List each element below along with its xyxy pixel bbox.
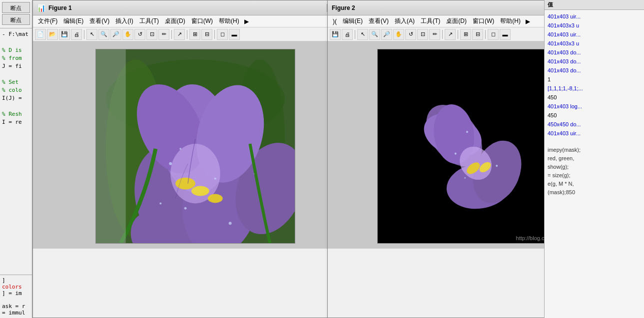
toolbar-new[interactable]: 📄: [35, 29, 46, 40]
toolbar2-pan[interactable]: ✋: [393, 29, 404, 40]
toolbar2-rotate[interactable]: ↺: [405, 29, 416, 40]
toolbar2-2d[interactable]: ▬: [500, 29, 511, 40]
toolbar2-export[interactable]: ↗: [445, 29, 456, 40]
menu2-edit[interactable]: 编辑(E): [340, 16, 366, 26]
menu-tools[interactable]: 工具(T): [136, 16, 162, 26]
toolbar2-sep-1: [355, 30, 355, 39]
toolbar2-arrow[interactable]: ↖: [357, 29, 368, 40]
toolbar2-select[interactable]: ⊡: [417, 29, 428, 40]
figure-1-title: Figure 1: [48, 4, 325, 11]
svg-point-15: [184, 207, 187, 210]
code-line-9: I(J) =: [2, 94, 30, 102]
toolbar-rotate[interactable]: ↺: [134, 29, 145, 40]
menu-help[interactable]: 帮助(H): [216, 16, 242, 26]
bottom-line-4: [2, 297, 30, 303]
menu2-insert[interactable]: 插入(A): [392, 16, 418, 26]
svg-rect-22: [96, 49, 126, 243]
workspace-item-1: 401x403 uir...: [548, 12, 641, 21]
ws-line-2: red, green,: [548, 154, 641, 163]
workspace-item-14: 401x403 uir...: [548, 129, 641, 138]
toolbar-grid[interactable]: ⊞: [189, 29, 200, 40]
bottom-line-3: ] = im: [2, 290, 30, 297]
toolbar2-layout[interactable]: ⊟: [472, 29, 483, 40]
toolbar-zoom-in[interactable]: 🔍: [98, 29, 109, 40]
toolbar-sep-1: [84, 30, 84, 39]
workspace-item-7: 401x403 do...: [548, 66, 641, 75]
breakpoint-btn-1[interactable]: 断点: [2, 2, 30, 13]
sidebar-code: - F:\mat % D is % from J = fi % Set % co…: [0, 28, 32, 275]
svg-point-14: [169, 162, 172, 165]
figure-1-toolbar: 📄 📂 💾 🖨 ↖ 🔍 🔎 ✋ ↺ ⊡ ✏ ↗ ⊞ ⊟ ◻ ▬: [33, 27, 358, 41]
left-sidebar: 断点 断点 - F:\mat % D is % from J = fi % Se…: [0, 0, 32, 318]
code-line-11: % Resh: [2, 110, 30, 118]
toolbar2-brush[interactable]: ✏: [429, 29, 440, 40]
toolbar2-3d[interactable]: ◻: [488, 29, 499, 40]
menu-desktop[interactable]: 桌面(D): [162, 16, 188, 26]
toolbar-2d[interactable]: ▬: [229, 29, 240, 40]
menu-insert[interactable]: 插入(I): [112, 16, 136, 26]
toolbar-print[interactable]: 🖨: [71, 29, 82, 40]
breakpoint-btn-2[interactable]: 断点: [2, 14, 30, 25]
toolbar-brush[interactable]: ✏: [158, 29, 169, 40]
code-line-7: % Set: [2, 78, 30, 86]
toolbar-open[interactable]: 📂: [47, 29, 58, 40]
toolbar2-zoom-out[interactable]: 🔎: [381, 29, 392, 40]
menu-edit[interactable]: 编辑(E): [60, 16, 86, 26]
svg-point-20: [179, 148, 181, 150]
figure-1-image: [95, 49, 295, 244]
right-sidebar: 值 401x403 uir... 401x403x3 u 401x403 uir…: [544, 0, 644, 318]
svg-point-12: [191, 186, 209, 196]
menu2-overflow: ▶: [526, 18, 530, 25]
toolbar2-print[interactable]: 🖨: [342, 29, 353, 40]
workspace-item-2: 401x403x3 u: [548, 21, 641, 30]
menu-overflow: ▶: [244, 18, 249, 25]
workspace-item-6: 401x403 do...: [548, 57, 641, 66]
code-line-10: [2, 102, 30, 110]
toolbar-zoom-out[interactable]: 🔎: [110, 29, 121, 40]
figure-1-titlebar: 📊 Figure 1 ─ □ ✕: [33, 0, 358, 15]
ws-line-3: show(g);: [548, 163, 641, 171]
workspace-item-9: [1,1,1;1,-8,1;...: [548, 84, 641, 93]
menu2-help[interactable]: 帮助(H): [497, 16, 524, 26]
menu-view[interactable]: 查看(V): [86, 16, 112, 26]
menu2-tools[interactable]: 工具(T): [418, 16, 443, 26]
toolbar-export[interactable]: ↗: [174, 29, 185, 40]
menu2-desktop[interactable]: 桌面(D): [443, 16, 470, 26]
code-line-1: - F:\mat: [2, 30, 30, 38]
toolbar2-sep-3: [458, 30, 458, 39]
toolbar-layout[interactable]: ⊟: [201, 29, 212, 40]
menu-file[interactable]: 文件(F): [35, 16, 60, 26]
bottom-line-2: colors: [2, 284, 30, 290]
figure-1-menubar: 文件(F) 编辑(E) 查看(V) 插入(I) 工具(T) 桌面(D) 窗口(W…: [33, 15, 358, 27]
workspace-items: 401x403 uir... 401x403x3 u 401x403 uir..…: [545, 10, 644, 140]
sidebar-top-buttons: 断点 断点: [0, 0, 32, 28]
toolbar2-zoom-in[interactable]: 🔍: [369, 29, 380, 40]
workspace-item-10: 450: [548, 93, 641, 102]
toolbar2-save[interactable]: 💾: [330, 29, 341, 40]
toolbar2-sep-2: [442, 30, 443, 39]
menu2-partial[interactable]: )(: [330, 17, 340, 26]
toolbar-pan[interactable]: ✋: [122, 29, 133, 40]
menu2-window[interactable]: 窗口(W): [470, 16, 497, 26]
figure-1-window: 📊 Figure 1 ─ □ ✕ 文件(F) 编辑(E) 查看(V) 插入(I)…: [32, 0, 358, 318]
figure-1-canvas: [33, 41, 358, 249]
ws-line-5: e(g, M * N,: [548, 180, 641, 188]
menu-window[interactable]: 窗口(W): [188, 16, 216, 26]
toolbar-sep-4: [214, 30, 215, 39]
toolbar2-grid[interactable]: ⊞: [460, 29, 471, 40]
code-line-5: J = fi: [2, 62, 30, 70]
menu2-view[interactable]: 查看(V): [366, 16, 392, 26]
code-line-3: % D is: [2, 46, 30, 54]
code-line-4: % from: [2, 54, 30, 62]
workspace-item-8: 1: [548, 75, 641, 84]
code-line-8: % colo: [2, 86, 30, 94]
toolbar-3d[interactable]: ◻: [217, 29, 228, 40]
bottom-line-1: ]: [2, 277, 30, 284]
bottom-line-6: = immul: [2, 310, 30, 316]
bottom-line-5: ask = r: [2, 303, 30, 310]
workspace-section: imepy(mask); red, green, show(g); = size…: [545, 144, 644, 199]
toolbar-arrow[interactable]: ↖: [86, 29, 97, 40]
svg-point-16: [214, 178, 216, 180]
toolbar-select[interactable]: ⊡: [146, 29, 157, 40]
toolbar-save[interactable]: 💾: [59, 29, 70, 40]
